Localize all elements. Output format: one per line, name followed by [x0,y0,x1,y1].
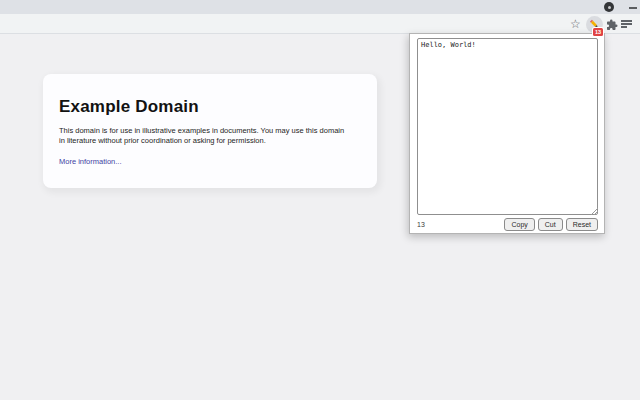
reset-button[interactable]: Reset [566,218,598,232]
minimize-button[interactable] [629,7,637,9]
menu-icon[interactable] [621,20,632,30]
extension-badge: 13 [593,28,603,36]
bookmark-star-icon[interactable]: ☆ [569,18,582,31]
copy-button[interactable]: Copy [504,218,534,232]
cut-button[interactable]: Cut [538,218,563,232]
round-window-control-dot [608,6,611,9]
round-window-control[interactable] [604,2,614,12]
popup-footer: 13 Copy Cut Reset [417,218,598,231]
browser-toolbar [0,14,640,34]
extension-popup: Hello, World! 13 Copy Cut Reset [409,33,605,234]
resize-grip-icon[interactable] [591,208,598,215]
tab-strip [0,0,640,14]
char-count: 13 [417,221,425,228]
page-title: Example Domain [59,97,361,117]
extensions-puzzle-icon[interactable] [606,19,618,31]
page-paragraph: This domain is for use in illustrative e… [59,126,347,146]
browser-window: ☆ 13 Example Domain This domain is for u… [0,0,640,400]
example-domain-card: Example Domain This domain is for use in… [43,74,377,188]
popup-textarea[interactable]: Hello, World! [417,38,598,215]
popup-button-row: Copy Cut Reset [504,218,598,232]
more-information-link[interactable]: More information... [59,157,122,166]
